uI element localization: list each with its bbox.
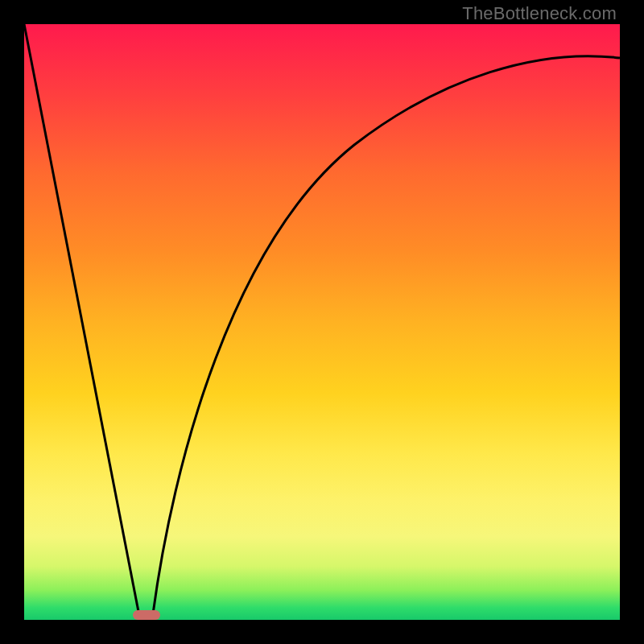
bottleneck-curve [24, 24, 620, 620]
watermark-text: TheBottleneck.com [462, 3, 617, 24]
plot-area [24, 24, 620, 620]
curve-left-arm [24, 24, 140, 620]
optimum-marker [133, 610, 160, 620]
curve-right-arm [152, 56, 620, 620]
